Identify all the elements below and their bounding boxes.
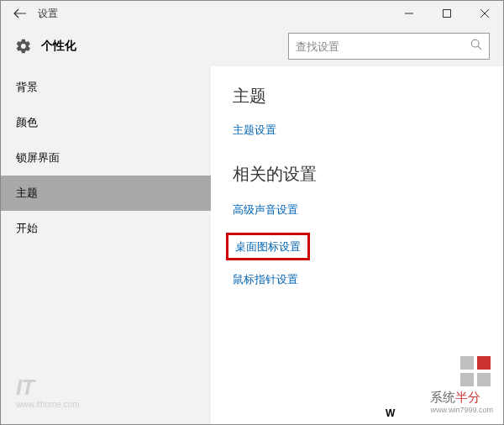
link-theme-settings[interactable]: 主题设置	[233, 123, 481, 138]
search-input[interactable]	[296, 40, 470, 53]
sidebar-item-label: 颜色	[16, 115, 38, 130]
gear-icon	[14, 37, 33, 55]
back-button[interactable]	[8, 1, 33, 26]
sidebar-item-start[interactable]: 开始	[1, 211, 211, 246]
page-heading: 个性化	[41, 39, 76, 54]
close-button[interactable]	[465, 1, 503, 26]
sidebar-item-background[interactable]: 背景	[1, 70, 211, 105]
section-heading-themes: 主题	[233, 85, 481, 108]
svg-line-5	[478, 46, 481, 50]
watermark-text: 系统半分	[430, 390, 493, 406]
watermark-url-2: www.win7999.com	[430, 406, 493, 414]
svg-rect-1	[443, 10, 450, 18]
sidebar-item-label: 锁屏界面	[16, 150, 60, 165]
search-icon	[470, 39, 482, 54]
sidebar-item-lockscreen[interactable]: 锁屏界面	[1, 140, 211, 176]
header: 个性化	[1, 26, 503, 66]
window-controls	[390, 1, 503, 26]
section-heading-related: 相关的设置	[233, 163, 481, 186]
sidebar-item-label: 背景	[16, 80, 38, 95]
watermark-brand: IT	[16, 376, 80, 398]
w-mark: W	[386, 407, 395, 419]
sidebar-item-themes[interactable]: 主题	[1, 176, 211, 211]
watermark-ithome: IT www.ithome.com	[16, 376, 80, 409]
svg-point-4	[471, 39, 479, 47]
sidebar: 背景 颜色 锁屏界面 主题 开始	[1, 66, 211, 424]
watermark-url: www.ithome.com	[16, 400, 80, 409]
watermark-win7999: 系统半分 www.win7999.com	[430, 356, 493, 414]
window-title: 设置	[38, 7, 58, 21]
sidebar-item-label: 主题	[16, 186, 38, 201]
sidebar-item-label: 开始	[16, 221, 38, 236]
link-mouse-pointer[interactable]: 鼠标指针设置	[233, 272, 481, 287]
link-advanced-sound[interactable]: 高级声音设置	[233, 202, 481, 218]
titlebar: 设置	[1, 1, 503, 26]
link-desktop-icons[interactable]: 桌面图标设置	[235, 240, 301, 253]
highlight-box: 桌面图标设置	[226, 233, 310, 260]
grid-logo-icon	[460, 356, 493, 386]
search-box[interactable]	[288, 33, 490, 60]
sidebar-item-colors[interactable]: 颜色	[1, 105, 211, 140]
minimize-button[interactable]	[390, 1, 428, 26]
content: 背景 颜色 锁屏界面 主题 开始 主题 主题设置 相关的设置 高级声音设置 桌面…	[1, 66, 503, 424]
maximize-button[interactable]	[428, 1, 465, 26]
